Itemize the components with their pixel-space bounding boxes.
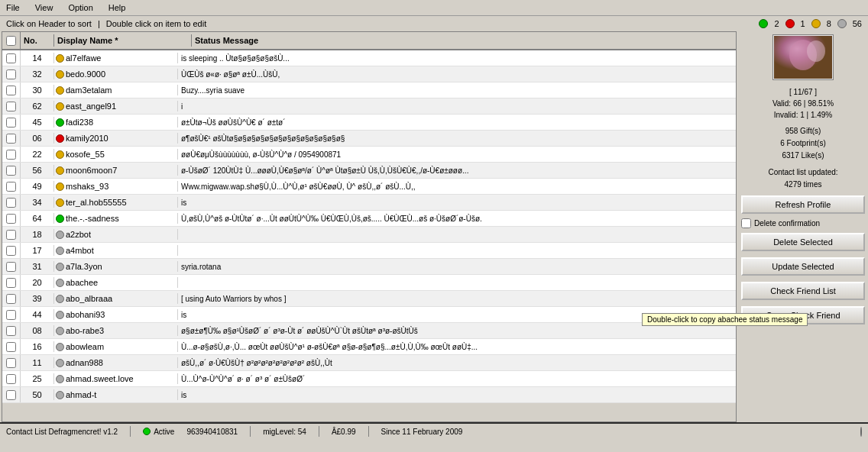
row-check[interactable] bbox=[2, 98, 21, 114]
select-all-checkbox[interactable] bbox=[6, 36, 16, 46]
status-sep-3 bbox=[319, 426, 319, 437]
table-row[interactable]: 30 dam3etalam Buzy....syria suave bbox=[2, 82, 736, 98]
row-number: 49 bbox=[21, 181, 54, 192]
row-check[interactable] bbox=[2, 339, 21, 354]
table-row[interactable]: 45 fadi238 ø±Ùtø¬Ùš øøÙšÙ^Ù€ ø´ ø±tø´ bbox=[2, 115, 736, 131]
row-check[interactable] bbox=[2, 371, 21, 386]
table-row[interactable]: 14 al7elfawe is sleeping .. Ùtø§ø§ø§ø§øš… bbox=[2, 50, 736, 66]
row-checkbox[interactable] bbox=[6, 214, 16, 224]
header-display[interactable]: Display Name * bbox=[54, 34, 192, 47]
row-checkbox[interactable] bbox=[6, 278, 16, 288]
row-check[interactable] bbox=[2, 66, 21, 82]
table-row[interactable]: 22 kosofe_55 øøÙ€øµÙšùùùùùùù, ø-ÙšÙ^Ù^ø … bbox=[2, 147, 736, 163]
refresh-profile-button[interactable]: Refresh Profile bbox=[741, 195, 865, 214]
row-display-name: abo-rabe3 bbox=[54, 325, 178, 336]
check-friend-list-button[interactable]: Check Friend List bbox=[741, 282, 865, 300]
row-checkbox[interactable] bbox=[6, 358, 16, 368]
status-dot-icon bbox=[56, 327, 64, 335]
row-checkbox[interactable] bbox=[6, 102, 16, 111]
row-check[interactable] bbox=[2, 115, 21, 130]
row-check[interactable] bbox=[2, 195, 21, 210]
row-checkbox[interactable] bbox=[6, 134, 16, 144]
table-row[interactable]: 50 ahmad-t is bbox=[2, 387, 736, 403]
menu-view[interactable]: View bbox=[32, 2, 57, 14]
row-check[interactable] bbox=[2, 387, 21, 402]
active-dot-icon bbox=[143, 428, 151, 435]
table-row[interactable]: 16 abowleam Ù...ø-ø§øšÙ,ø·,Ù... øœÙt øøÙ… bbox=[2, 339, 736, 355]
display-name-text: kosofe_55 bbox=[66, 150, 105, 159]
row-check[interactable] bbox=[2, 163, 21, 178]
row-checkbox[interactable] bbox=[6, 342, 16, 352]
table-row[interactable]: 06 kamily2010 ø¶øšÙ€¹ øšÙtø§ø§ø§ø§ø§ø§ø§… bbox=[2, 131, 736, 147]
row-check[interactable] bbox=[2, 243, 21, 258]
row-checkbox[interactable] bbox=[6, 310, 16, 320]
row-check[interactable] bbox=[2, 291, 21, 306]
row-check[interactable] bbox=[2, 50, 21, 66]
row-checkbox[interactable] bbox=[6, 69, 16, 79]
table-row[interactable]: 62 east_angel91 i bbox=[2, 98, 736, 115]
menu-file[interactable]: File bbox=[3, 2, 23, 14]
display-name-text: abo_albraaa bbox=[66, 294, 112, 303]
table-row[interactable]: 08 abo-rabe3 ø§ø±ø¶Ù‰ ø§ø¹ÙšøØ´ ø´ ø³ø-Ù… bbox=[2, 323, 736, 339]
table-row[interactable]: 34 ter_al.hob55555 is bbox=[2, 195, 736, 211]
row-check[interactable] bbox=[2, 227, 21, 242]
row-checkbox[interactable] bbox=[6, 86, 16, 95]
row-check[interactable] bbox=[2, 147, 21, 162]
status-bar: Contact List Defragmencret! v1.2 Active … bbox=[0, 422, 868, 439]
row-checkbox[interactable] bbox=[6, 166, 16, 176]
update-selected-button[interactable]: Update Selected bbox=[741, 257, 865, 276]
row-number: 06 bbox=[21, 133, 54, 144]
table-row[interactable]: 32 bedo.9000 ÙŒÙš ø«ø· ø§øª ø±Ù...ÙšÙ, bbox=[2, 66, 736, 82]
row-number: 32 bbox=[21, 69, 54, 79]
table-row[interactable]: 20 abachee bbox=[2, 275, 736, 291]
status-sep-4 bbox=[368, 426, 369, 437]
table-row[interactable]: 64 the.-.-sadness Ù,øšÙ,Ù^øš ø-ÙtÙtø´ ø·… bbox=[2, 211, 736, 227]
display-name-text: ahmad-t bbox=[66, 390, 96, 399]
row-check[interactable] bbox=[2, 307, 21, 322]
row-number: 11 bbox=[21, 357, 54, 368]
row-check[interactable] bbox=[2, 355, 21, 370]
row-status-message: is bbox=[178, 198, 736, 208]
row-check[interactable] bbox=[2, 179, 21, 194]
contact-updated-label: Contact list updated: bbox=[741, 166, 865, 179]
row-checkbox[interactable] bbox=[6, 230, 16, 240]
row-checkbox[interactable] bbox=[6, 294, 16, 304]
yellow-dot-icon bbox=[811, 19, 821, 28]
table-row[interactable]: 49 mshaks_93 Www.migwaw.wap.shø§Ù,Ù...Ù^… bbox=[2, 179, 736, 195]
table-row[interactable]: 18 a2zbot bbox=[2, 227, 736, 243]
row-check[interactable] bbox=[2, 131, 21, 146]
row-checkbox[interactable] bbox=[6, 182, 16, 192]
delete-selected-button[interactable]: Delete Selected bbox=[741, 233, 865, 251]
row-checkbox[interactable] bbox=[6, 246, 16, 256]
row-check[interactable] bbox=[2, 82, 21, 98]
row-checkbox[interactable] bbox=[6, 374, 16, 384]
contact-updated: Contact list updated: 4279 times bbox=[741, 166, 865, 191]
row-checkbox[interactable] bbox=[6, 53, 16, 63]
status-dot-icon bbox=[56, 295, 64, 303]
row-checkbox[interactable] bbox=[6, 390, 16, 400]
row-checkbox[interactable] bbox=[6, 118, 16, 128]
row-checkbox[interactable] bbox=[6, 326, 16, 336]
menu-option[interactable]: Option bbox=[65, 2, 96, 14]
row-checkbox[interactable] bbox=[6, 150, 16, 160]
row-check[interactable] bbox=[2, 259, 21, 274]
table-row[interactable]: 44 abohani93 is bbox=[2, 307, 736, 323]
row-check[interactable] bbox=[2, 275, 21, 290]
header-status[interactable]: Status Message bbox=[192, 34, 736, 47]
row-number: 20 bbox=[21, 277, 54, 288]
row-checkbox[interactable] bbox=[6, 262, 16, 272]
row-check[interactable] bbox=[2, 211, 21, 226]
table-row[interactable]: 11 adnan988 øšÙ,,ø´ ø·Ù€ÙšÙ† ø²ø²ø²ø²ø²ø… bbox=[2, 355, 736, 371]
table-row[interactable]: 31 a7la.3yon syria.rotana bbox=[2, 259, 736, 275]
row-check[interactable] bbox=[2, 323, 21, 338]
table-row[interactable]: 39 abo_albraaa [ using Auto Warriors by … bbox=[2, 291, 736, 307]
table-row[interactable]: 25 ahmad.sweet.love Ù...Ù^ø-Ù^Ù^ø´ ø· ø´… bbox=[2, 371, 736, 387]
row-checkbox[interactable] bbox=[6, 198, 16, 208]
table-row[interactable]: 56 moon6moon7 ø-ÙšøØ´ 120ÙtÙ‡ Ù...øøøÙ,Ù… bbox=[2, 163, 736, 179]
header-no[interactable]: No. bbox=[21, 34, 54, 47]
menu-help[interactable]: Help bbox=[105, 2, 129, 14]
profile-invalid: Invalid: 1 | 1.49% bbox=[741, 109, 865, 121]
delete-confirmation-checkbox[interactable] bbox=[741, 218, 751, 228]
table-row[interactable]: 17 a4mbot bbox=[2, 243, 736, 259]
row-number: 50 bbox=[21, 389, 54, 400]
